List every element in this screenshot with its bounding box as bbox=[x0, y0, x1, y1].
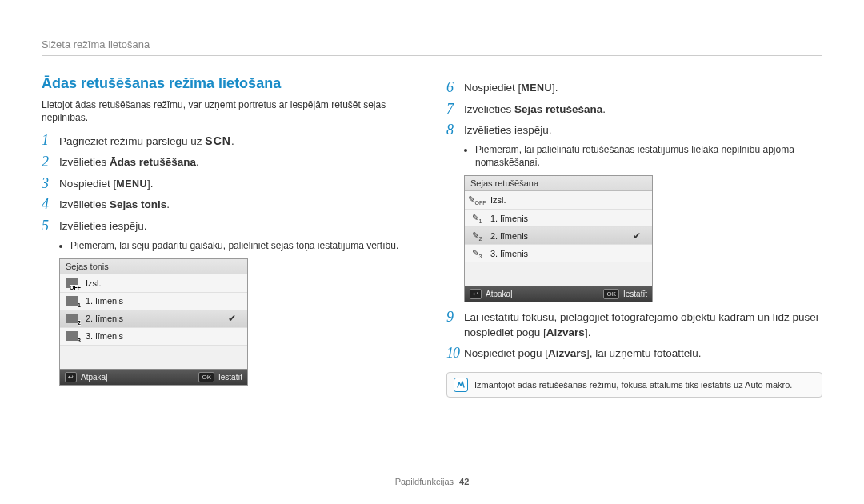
step-number: 1 bbox=[42, 132, 59, 150]
footer-label: Papildfunkcijas bbox=[395, 477, 454, 486]
step-bold: Aizvars bbox=[548, 347, 586, 359]
retouch-level-icon: ✎2 bbox=[470, 230, 484, 242]
divider bbox=[42, 55, 822, 56]
step-number: 9 bbox=[446, 309, 464, 326]
step-number: 4 bbox=[42, 196, 59, 214]
back-label: Atpakaļ bbox=[486, 290, 512, 298]
back-button[interactable]: ↩Atpakaļ bbox=[470, 289, 512, 299]
menu-button-icon: MENU bbox=[521, 82, 552, 94]
note-text: Izmantojot ādas retušēšanas režīmu, foku… bbox=[474, 378, 792, 390]
step-bold: Ādas retušēšana bbox=[110, 156, 196, 168]
set-button[interactable]: OKIestatīt bbox=[603, 289, 647, 299]
step-number: 8 bbox=[446, 122, 464, 139]
panel-item-1[interactable]: 1 1. līmenis bbox=[60, 292, 247, 310]
ok-key-icon: OK bbox=[198, 372, 214, 382]
step-text: Izvēlieties bbox=[59, 198, 110, 210]
back-label: Atpakaļ bbox=[81, 373, 107, 382]
step-number: 10 bbox=[446, 345, 464, 362]
panel-title: Sejas tonis bbox=[60, 259, 247, 274]
step-10: 10 Nospiediet pogu [Aizvars], lai uzņemt… bbox=[446, 345, 822, 362]
step-9: 9 Lai iestatītu fokusu, pielāgojiet foto… bbox=[446, 309, 822, 341]
step-8-sub: Piemēram, lai palielinātu retušēšanas ie… bbox=[464, 143, 822, 169]
step-1: 1 Pagrieziet režīmu pārslēgu uz SCN. bbox=[42, 132, 418, 150]
panel-item-label: 3. līmenis bbox=[86, 331, 241, 341]
step-text: ]. bbox=[147, 178, 154, 190]
retouch-off-icon: ✎OFF bbox=[470, 194, 484, 206]
back-key-icon: ↩ bbox=[470, 289, 482, 299]
step-text: ], lai uzņemtu fotoattēlu. bbox=[586, 347, 701, 359]
step-text: . bbox=[231, 135, 234, 147]
step-5: 5 Izvēlieties iespēju. bbox=[42, 218, 418, 235]
step-number: 7 bbox=[446, 101, 464, 118]
face-retouch-panel: Sejas retušēšana ✎OFF Izsl. ✎1 1. līmeni… bbox=[464, 175, 653, 302]
step-text: Izvēlieties iespēju. bbox=[59, 218, 147, 234]
panel-item-2[interactable]: ✎2 2. līmenis ✔ bbox=[465, 226, 652, 244]
retouch-level-icon: ✎1 bbox=[470, 213, 484, 224]
panel-footer: ↩Atpakaļ OKIestatīt bbox=[60, 369, 247, 385]
panel-item-1[interactable]: ✎1 1. līmenis bbox=[465, 209, 652, 226]
face-tone-level-icon: 1 bbox=[65, 295, 79, 306]
panel-item-label: 2. līmenis bbox=[490, 231, 633, 241]
mode-scn-icon: SCN bbox=[205, 134, 231, 147]
face-tone-panel: Sejas tonis OFF Izsl. 1 1. līmenis 2 2. … bbox=[59, 258, 248, 386]
set-button[interactable]: OKIestatīt bbox=[198, 372, 242, 382]
sub-bullet: Piemēram, lai palielinātu retušēšanas ie… bbox=[475, 143, 822, 169]
section-title: Ādas retušēšanas režīma lietošana bbox=[42, 75, 418, 92]
step-text: . bbox=[196, 156, 199, 168]
step-text: Nospiediet pogu [ bbox=[464, 347, 548, 359]
panel-item-label: 2. līmenis bbox=[86, 314, 228, 323]
face-tone-level-icon: 3 bbox=[65, 330, 79, 342]
step-text: Nospiediet [ bbox=[464, 82, 521, 94]
panel-item-2[interactable]: 2 2. līmenis ✔ bbox=[60, 310, 247, 327]
face-tone-off-icon: OFF bbox=[65, 278, 79, 289]
step-8: 8 Izvēlieties iespēju. bbox=[446, 122, 822, 139]
back-key-icon: ↩ bbox=[65, 372, 77, 382]
right-column: 6 Nospiediet [MENU]. 7 Izvēlieties Sejas… bbox=[446, 75, 822, 398]
step-6: 6 Nospiediet [MENU]. bbox=[446, 79, 822, 97]
page-number: 42 bbox=[459, 477, 469, 486]
check-icon: ✔ bbox=[228, 313, 236, 324]
panel-item-3[interactable]: 3 3. līmenis bbox=[60, 327, 247, 345]
left-column: Ādas retušēšanas režīma lietošana Lietoj… bbox=[42, 75, 418, 398]
step-bold: Aizvars bbox=[546, 326, 585, 338]
panel-item-3[interactable]: ✎3 3. līmenis bbox=[465, 244, 652, 262]
step-3: 3 Nospiediet [MENU]. bbox=[42, 175, 418, 193]
panel-item-off[interactable]: ✎OFF Izsl. bbox=[465, 191, 652, 209]
breadcrumb: Sižeta režīma lietošana bbox=[42, 38, 822, 50]
ok-key-icon: OK bbox=[603, 289, 619, 299]
note-icon bbox=[454, 378, 468, 392]
set-label: Iestatīt bbox=[218, 373, 242, 382]
step-number: 2 bbox=[42, 154, 59, 171]
step-bold: Sejas tonis bbox=[110, 198, 166, 210]
step-number: 6 bbox=[446, 79, 464, 97]
step-text: ]. bbox=[552, 82, 558, 94]
step-text: Lai iestatītu fokusu, pielāgojiet fotogr… bbox=[464, 311, 818, 338]
face-tone-level-icon: 2 bbox=[65, 313, 79, 324]
panel-item-label: Izsl. bbox=[86, 278, 241, 288]
panel-title: Sejas retušēšana bbox=[465, 176, 652, 191]
panel-item-label: 1. līmenis bbox=[86, 296, 241, 306]
step-text: Izvēlieties bbox=[59, 156, 110, 168]
step-number: 5 bbox=[42, 218, 59, 235]
step-5-sub: Piemēram, lai seju padarītu gaišāku, pal… bbox=[59, 239, 418, 252]
step-text: ]. bbox=[585, 326, 591, 338]
note-box: Izmantojot ādas retušēšanas režīmu, foku… bbox=[446, 372, 822, 398]
step-4: 4 Izvēlieties Sejas tonis. bbox=[42, 196, 418, 214]
menu-button-icon: MENU bbox=[116, 178, 147, 190]
step-text: Nospiediet [ bbox=[59, 178, 116, 190]
step-text: Izvēlieties bbox=[464, 103, 514, 115]
step-bold: Sejas retušēšana bbox=[514, 103, 602, 115]
step-number: 3 bbox=[42, 175, 59, 193]
panel-item-label: 1. līmenis bbox=[490, 214, 646, 223]
panel-item-label: Izsl. bbox=[490, 195, 646, 205]
check-icon: ✔ bbox=[633, 230, 641, 242]
panel-item-off[interactable]: OFF Izsl. bbox=[60, 274, 247, 292]
panel-footer: ↩Atpakaļ OKIestatīt bbox=[465, 286, 652, 302]
back-button[interactable]: ↩Atpakaļ bbox=[65, 372, 107, 382]
panel-item-label: 3. līmenis bbox=[490, 249, 646, 258]
set-label: Iestatīt bbox=[623, 290, 647, 298]
step-2: 2 Izvēlieties Ādas retušēšana. bbox=[42, 154, 418, 171]
step-text: Pagrieziet režīmu pārslēgu uz bbox=[59, 135, 205, 147]
step-text: . bbox=[602, 103, 606, 115]
page-footer: Papildfunkcijas 42 bbox=[0, 477, 864, 486]
